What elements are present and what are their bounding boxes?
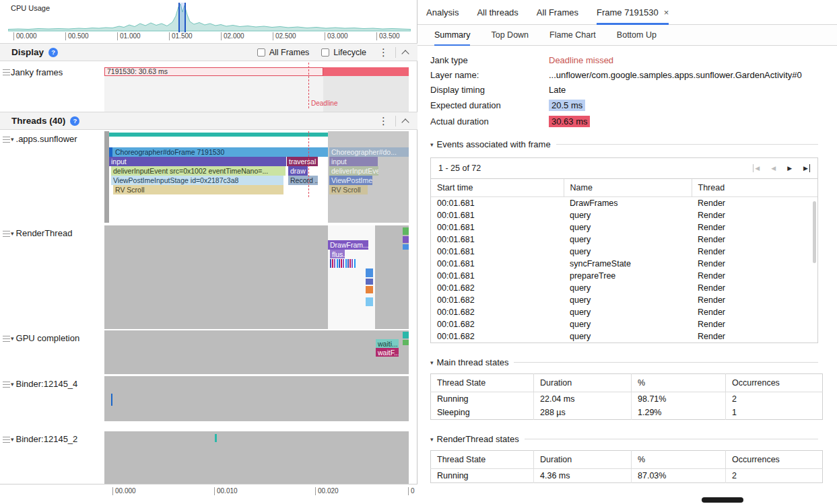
table-row[interactable]: 00:01.681queryRender [431,209,817,221]
thread-label[interactable]: ▾ GPU completion [11,333,79,343]
trace-event-drawframes[interactable]: DrawFram... [328,240,368,250]
horizontal-scrollbar-thumb[interactable] [702,497,743,503]
trace-event-block[interactable] [366,286,373,293]
thread-label[interactable]: ▾ RenderThread [11,228,72,238]
thread-label[interactable]: ▾ Binder:12145_4 [11,379,77,389]
trace-event-tick[interactable] [215,434,217,442]
thread-label[interactable]: ▾ .apps.sunflower [11,134,77,144]
trace-event-traversal[interactable]: traversal [287,157,318,166]
collapse-chevron-icon[interactable] [401,118,409,126]
cpu-usage-chart[interactable] [8,3,411,32]
drag-handle-icon[interactable] [3,437,10,443]
first-page-icon[interactable]: ◀ [753,164,760,172]
trace-event-rv-scroll[interactable]: RV Scroll [113,185,283,194]
column-header[interactable]: Duration [534,374,632,392]
help-icon[interactable]: ? [48,48,58,57]
drag-handle-icon[interactable] [3,382,10,388]
table-row[interactable]: 00:01.682queryRender [431,306,817,318]
drag-handle-icon[interactable] [3,137,10,143]
janky-frame-bar[interactable]: 7191530: 30.63 ms [104,67,323,76]
table-row[interactable]: 00:01.682queryRender [431,318,817,330]
trace-event-tick[interactable] [111,394,112,406]
table-row[interactable]: 00:01.682queryRender [431,330,817,343]
collapse-chevron-icon[interactable] [401,50,409,57]
close-icon[interactable]: × [664,7,669,17]
trace-event-block[interactable] [403,332,409,338]
tab-all-threads[interactable]: All threads [477,0,518,24]
table-cell: 00:01.682 [431,294,564,306]
trace-event-waiting[interactable]: waiti... [376,339,399,348]
column-header[interactable]: % [632,451,726,469]
table-cell: 00:01.681 [431,233,564,246]
thread-track-area: DrawFram... flus... [104,225,411,329]
last-page-icon[interactable]: ▶ [803,164,810,172]
kebab-menu-icon[interactable]: ⋮ [378,115,389,127]
tab-top-down[interactable]: Top Down [491,25,529,45]
next-page-icon[interactable]: ▶ [787,164,792,172]
trace-event-block[interactable] [403,227,409,235]
trace-event-block[interactable] [366,268,373,277]
trace-event-choreographer-dim[interactable]: Choreographer#do... [329,147,409,157]
trace-event-block[interactable] [366,279,373,285]
trace-event-block[interactable] [403,236,409,243]
vertical-scrollbar-thumb[interactable] [813,201,816,263]
drag-handle-icon[interactable] [3,231,10,238]
column-header[interactable]: Thread State [431,451,534,469]
column-header[interactable]: Occurrences [726,451,823,469]
help-icon[interactable]: ? [70,116,79,126]
cpu-time-axis: 00.000 00.500 01.000 01.500 02.000 02.50… [0,32,417,43]
tab-bottom-up[interactable]: Bottom Up [617,25,657,45]
table-row: Running4.36 ms87.03%2 [431,469,823,483]
all-frames-checkbox[interactable] [257,48,265,57]
trace-event-block[interactable] [403,340,409,345]
trace-event-viewpostime[interactable]: ViewPostImeInputStage id=0x2187c3a8 [111,176,283,185]
trace-event-block[interactable] [403,244,409,250]
thread-label[interactable]: ▾ Binder:12145_2 [11,434,77,444]
tab-all-frames[interactable]: All Frames [537,0,578,24]
tab-analysis[interactable]: Analysis [426,0,459,24]
main-thread-states-header[interactable]: ▾ Main thread states [430,357,818,367]
trace-event-waitfence[interactable]: waitF... [376,348,399,357]
column-header[interactable]: Occurrences [726,374,823,392]
column-header[interactable]: Start time [431,179,564,197]
column-header[interactable]: Thread [692,179,817,197]
table-row[interactable]: 00:01.681syncFrameStateRender [431,258,817,270]
renderthread-states-header[interactable]: ▾ RenderThread states [430,434,818,444]
column-header[interactable]: % [632,374,726,392]
tab-flame-chart[interactable]: Flame Chart [549,25,596,45]
trace-event-draw[interactable]: draw [288,166,308,176]
lifecycle-checkbox[interactable] [321,48,329,57]
trace-event-flush[interactable]: flus... [330,250,345,258]
column-header[interactable]: Thread State [431,374,534,392]
trace-event-rv-scroll-dim[interactable]: RV Scroll [329,185,368,194]
table-row[interactable]: 00:01.681queryRender [431,246,817,258]
trace-event-viewpostime-dim[interactable]: ViewPostImeInp... [329,176,372,185]
tab-summary[interactable]: Summary [434,25,470,45]
column-header[interactable]: Name [564,179,692,197]
trace-event-choreographer[interactable]: Choreographer#doFrame 7191530 [109,147,328,157]
table-row[interactable]: 00:01.682queryRender [431,294,817,306]
trace-minibars[interactable] [330,259,356,268]
trace-event-input-dim[interactable]: input [329,157,378,166]
table-row[interactable]: 00:01.681prepareTreeRender [431,270,817,282]
drag-handle-icon[interactable] [3,336,10,343]
prev-page-icon[interactable]: ◀ [771,164,776,172]
trace-event-record[interactable]: Record ... [288,176,318,185]
column-header[interactable]: Duration [534,451,632,469]
kebab-menu-icon[interactable]: ⋮ [378,46,389,59]
selection-range-handle[interactable] [178,3,186,32]
table-row[interactable]: 00:01.681DrawFramesRender [431,197,817,210]
table-row[interactable]: 00:01.682queryRender [431,282,817,294]
frame-lifecycle-bar[interactable] [109,133,328,137]
janky-frame-bar-dim[interactable] [323,67,409,76]
drag-handle-icon[interactable] [3,69,10,76]
events-section-header[interactable]: ▾ Events associated with frame [430,139,818,149]
trace-event-deliver-input[interactable]: deliverInputEvent src=0x1002 eventTimeNa… [111,166,286,176]
trace-event-deliver-input-dim[interactable]: deliverInputEven... [329,166,378,176]
trace-event-input[interactable]: input [109,157,286,166]
table-row[interactable]: 00:01.681queryRender [431,221,817,233]
renderthread-states-table: Thread State Duration % Occurrences Runn… [430,450,823,483]
trace-event-block[interactable] [366,297,373,306]
table-row[interactable]: 00:01.681queryRender [431,233,817,246]
tab-frame-7191530[interactable]: Frame 7191530 × [597,0,669,24]
